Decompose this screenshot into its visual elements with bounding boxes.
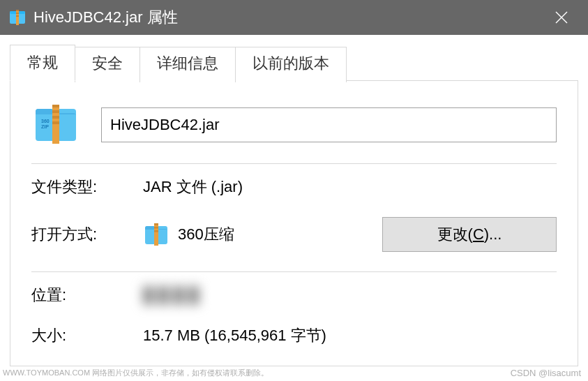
svg-text:360: 360 [41,119,50,124]
titlebar: HiveJDBC42.jar 属性 [0,0,588,35]
close-icon [555,11,568,24]
location-value: ████ [143,286,557,304]
size-label: 大小: [31,325,143,346]
filename-row: 360 ZIP [31,100,557,149]
svg-rect-11 [52,110,59,113]
tab-panel-general: 360 ZIP 文件类型: JAR 文件 (.jar) 打开方式: [10,80,578,366]
svg-text:ZIP: ZIP [41,124,49,129]
svg-rect-5 [16,15,19,17]
separator [31,271,557,272]
window-title: HiveJDBC42.jar 属性 [33,7,542,28]
open-with-value-container: 360压缩 更改(C)... [143,217,557,252]
location-row: 位置: ████ [31,285,557,306]
open-with-label: 打开方式: [31,224,143,245]
zip-file-icon-large: 360 ZIP [31,100,80,149]
svg-rect-17 [154,223,158,246]
svg-rect-12 [52,116,59,119]
watermark-right: CSDN @lisacumt [511,368,581,378]
zip-file-icon [7,7,28,28]
tab-general[interactable]: 常规 [10,45,75,81]
svg-rect-18 [154,223,158,225]
separator [31,163,557,164]
tabs: 常规 安全 详细信息 以前的版本 [10,45,578,80]
size-value: 15.7 MB (16,545,961 字节) [143,325,557,346]
location-label: 位置: [31,285,143,306]
svg-rect-10 [52,105,59,107]
tab-security[interactable]: 安全 [75,47,140,82]
svg-rect-2 [16,10,19,25]
filename-input[interactable] [101,107,557,142]
svg-rect-20 [154,230,158,232]
zip-app-icon [143,221,169,248]
client-area: 常规 安全 详细信息 以前的版本 360 ZIP [0,35,588,366]
svg-rect-3 [16,10,19,11]
open-with-row: 打开方式: 360压缩 更改(C)... [31,217,557,252]
tab-previous-versions[interactable]: 以前的版本 [235,47,347,82]
svg-rect-4 [16,13,19,14]
open-with-app-name: 360压缩 [178,224,234,245]
file-type-row: 文件类型: JAR 文件 (.jar) [31,177,557,197]
file-type-label: 文件类型: [31,177,143,197]
tab-details[interactable]: 详细信息 [140,47,236,82]
close-button[interactable] [542,0,581,35]
svg-rect-13 [52,121,59,124]
svg-rect-19 [154,227,158,229]
change-button[interactable]: 更改(C)... [382,217,557,252]
watermark-left: WWW.TOYMOBAN.COM 网络图片仅供展示，非存储，如有侵权请联系删除。 [3,368,269,378]
size-row: 大小: 15.7 MB (16,545,961 字节) [31,325,557,346]
file-type-value: JAR 文件 (.jar) [143,177,557,197]
